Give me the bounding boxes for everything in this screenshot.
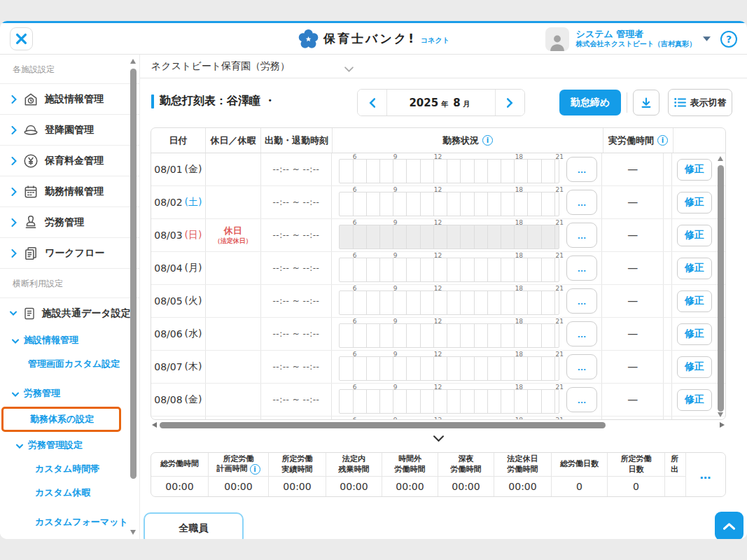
attendance-close-button[interactable]: 勤怠締め bbox=[559, 90, 621, 115]
sidebar-tree-item[interactable]: 管理画面カスタム設定 bbox=[0, 352, 139, 376]
day-of-week: (火) bbox=[185, 295, 202, 307]
scrollbar-thumb[interactable] bbox=[130, 69, 137, 479]
sidebar-tree-item[interactable]: カスタム休暇 bbox=[0, 481, 139, 505]
edit-button[interactable]: 修正 bbox=[677, 290, 712, 312]
scroll-left-arrow-icon[interactable] bbox=[152, 422, 157, 428]
sidebar-tree-item[interactable]: 労務管理 bbox=[0, 382, 139, 405]
help-button[interactable]: ? bbox=[720, 31, 737, 48]
timeline-hour-label: 9 bbox=[393, 252, 398, 259]
timeline-hour-cell bbox=[393, 291, 407, 314]
timeline-hour-cell bbox=[542, 291, 555, 314]
facility-selector[interactable]: ネクストビート保育園（労務） bbox=[140, 55, 747, 78]
holiday-label: 休日 bbox=[224, 225, 242, 237]
table-body: 08/01(金)--:-- ~ --:--69121821…—修正08/02(土… bbox=[151, 153, 725, 420]
summary-value: 00:00 bbox=[494, 477, 551, 496]
scroll-up-arrow-icon[interactable] bbox=[718, 156, 723, 161]
table-horizontal-scrollbar[interactable] bbox=[151, 421, 726, 429]
sidebar-item-labor[interactable]: 労務管理 bbox=[0, 206, 139, 237]
sidebar-item-workflow[interactable]: ワークフロー bbox=[0, 237, 139, 268]
user-menu[interactable]: システム 管理者 株式会社ネクストビート（吉村真彩） ? bbox=[545, 23, 737, 55]
edit-button[interactable]: 修正 bbox=[677, 258, 712, 279]
status-more-button[interactable]: … bbox=[566, 157, 597, 182]
info-icon[interactable]: i bbox=[250, 464, 260, 475]
timeline-grid bbox=[339, 356, 559, 381]
sidebar-tree-item-label: 勤務体系の設定 bbox=[30, 414, 94, 424]
scroll-to-top-button[interactable] bbox=[715, 512, 743, 539]
timeline-grid bbox=[339, 290, 559, 315]
sidebar-tree-item[interactable]: カスタムフォーマット bbox=[0, 510, 139, 534]
edit-button[interactable]: 修正 bbox=[677, 356, 712, 378]
summary-header-line: 所定労働 bbox=[621, 454, 652, 464]
info-icon[interactable]: i bbox=[482, 135, 493, 146]
scroll-down-arrow-icon[interactable] bbox=[130, 530, 136, 535]
edit-button[interactable]: 修正 bbox=[677, 323, 712, 345]
sidebar-tree-item[interactable]: 施設情報管理 bbox=[0, 328, 139, 352]
date-cell: 08/03(日) bbox=[151, 219, 205, 251]
sidebar-tree-item[interactable]: 労務管理設定 bbox=[0, 433, 139, 457]
timeline-hour-cell bbox=[461, 192, 474, 216]
status-more-button[interactable]: … bbox=[566, 255, 597, 281]
chevron-right-icon bbox=[11, 218, 17, 227]
chevron-down-icon bbox=[12, 335, 19, 346]
status-more-button[interactable]: … bbox=[566, 321, 597, 346]
summary-header-line: 労働時間 bbox=[508, 465, 538, 475]
sidebar-item-facility[interactable]: 施設情報管理 bbox=[0, 83, 139, 114]
view-toggle-button[interactable]: 表示切替 bbox=[668, 89, 732, 116]
summary-more-button[interactable]: … bbox=[685, 453, 725, 496]
sidebar-item-schedule[interactable]: 勤務情報管理 bbox=[0, 176, 139, 206]
edit-button[interactable]: 修正 bbox=[677, 192, 712, 214]
scrollbar-thumb[interactable] bbox=[160, 422, 606, 428]
status-more-button[interactable]: … bbox=[566, 288, 597, 314]
status-more-wrap: … bbox=[562, 157, 601, 182]
col-header-edit bbox=[673, 128, 725, 153]
status-more-button[interactable]: … bbox=[566, 387, 597, 412]
date-cell: 08/09(土) bbox=[151, 416, 205, 420]
status-more-button[interactable]: … bbox=[566, 354, 597, 379]
schedule-icon bbox=[23, 184, 39, 200]
sidebar-item-attendance[interactable]: 登降園管理 bbox=[0, 114, 139, 145]
scroll-up-arrow-icon[interactable] bbox=[130, 59, 136, 64]
chevron-down-icon[interactable] bbox=[703, 36, 711, 41]
scroll-down-arrow-icon[interactable] bbox=[718, 412, 723, 417]
sidebar-tree-item[interactable]: カスタム時間帯 bbox=[0, 457, 139, 481]
scroll-right-arrow-icon[interactable] bbox=[720, 422, 725, 428]
summary-header-text: 日数 bbox=[629, 465, 644, 475]
summary-header-text: 所定労働 bbox=[223, 454, 254, 464]
edit-button[interactable]: 修正 bbox=[677, 225, 712, 246]
sidebar-tree-item[interactable]: 勤務体系の設定 bbox=[1, 407, 121, 432]
timeline-hour-cell bbox=[340, 192, 353, 216]
edit-button[interactable]: 修正 bbox=[677, 389, 712, 411]
info-icon[interactable]: i bbox=[657, 135, 668, 146]
all-staff-tab[interactable]: 全職員 bbox=[144, 512, 244, 539]
timeline-hour-cell bbox=[475, 258, 488, 281]
col-header-actual-label: 実労働時間 bbox=[608, 134, 654, 147]
close-button[interactable] bbox=[10, 27, 33, 50]
sidebar-tree-item-label: カスタム休暇 bbox=[35, 487, 90, 498]
next-month-button[interactable] bbox=[495, 90, 524, 115]
timeline-hour-cell bbox=[367, 192, 380, 216]
date-cell: 08/06(水) bbox=[151, 318, 205, 350]
sidebar-item-label: 施設情報管理 bbox=[45, 93, 104, 106]
status-more-button[interactable]: … bbox=[566, 223, 597, 248]
status-more-button[interactable]: … bbox=[566, 190, 597, 215]
summary-header-line: 総労働時間 bbox=[160, 459, 199, 469]
edit-button[interactable]: 修正 bbox=[677, 159, 712, 181]
status-more-wrap: … bbox=[562, 288, 601, 314]
sidebar-scrollbar[interactable] bbox=[130, 59, 137, 535]
spacer-cell bbox=[663, 351, 671, 383]
sidebar-item-fee[interactable]: 保育料金管理 bbox=[0, 145, 139, 176]
summary-value bbox=[665, 477, 685, 496]
timeline-hour-cell bbox=[542, 357, 555, 380]
prev-month-button[interactable] bbox=[358, 90, 387, 115]
summary-collapse-toggle[interactable] bbox=[151, 432, 726, 444]
timeline-hour-label: 6 bbox=[353, 252, 357, 259]
day-of-week: (水) bbox=[185, 328, 202, 340]
sidebar-item-common-data-settings[interactable]: 施設共通データ設定 bbox=[0, 298, 139, 328]
scrollbar-thumb[interactable] bbox=[718, 165, 724, 412]
table-vertical-scrollbar[interactable] bbox=[718, 156, 724, 417]
download-button[interactable] bbox=[633, 90, 659, 115]
sidebar: 各施設設定 施設情報管理登降園管理保育料金管理勤務情報管理労務管理ワークフロー … bbox=[0, 55, 140, 539]
day-of-week: (金) bbox=[185, 163, 202, 176]
edit-cell: 修正 bbox=[671, 416, 717, 420]
actual-hours-cell: — bbox=[601, 285, 663, 317]
